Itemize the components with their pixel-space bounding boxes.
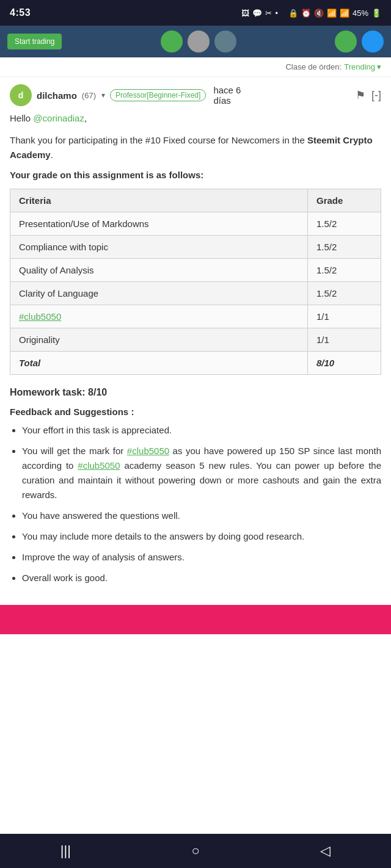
table-header-criteria: Criteria bbox=[10, 189, 308, 212]
alarm-icon: ⏰ bbox=[301, 9, 311, 18]
sort-trending[interactable]: Trending bbox=[344, 62, 375, 71]
list-item: Improve the way of analysis of answers. bbox=[22, 550, 381, 565]
nav-avatar-blue bbox=[362, 31, 384, 52]
professor-badge: Professor[Beginner-Fixed] bbox=[110, 89, 206, 101]
post-content: Hello @corinadiaz, Thank you for partici… bbox=[0, 111, 391, 605]
intro-text: Thank you for participating in the #10 F… bbox=[10, 133, 381, 162]
table-criteria-cell: #club5050 bbox=[10, 305, 308, 328]
feedback-list: Your effort in this task is appreciated.… bbox=[10, 423, 381, 585]
list-item: Overall work is good. bbox=[22, 571, 381, 585]
time-unit-text: días bbox=[213, 95, 230, 106]
feedback-title: Feedback and Suggestions : bbox=[10, 407, 381, 417]
start-trading-button[interactable]: Start trading bbox=[7, 34, 62, 49]
table-header-grade: Grade bbox=[308, 189, 381, 212]
status-icons: 🖼 💬 ✂ • 🔒 ⏰ 🔇 📶 📶 45% 🔋 bbox=[241, 9, 381, 18]
club5050-link[interactable]: #club5050 bbox=[19, 311, 61, 322]
nav-avatar-3 bbox=[214, 31, 236, 52]
bottom-action-bar bbox=[0, 605, 391, 634]
table-grade-cell: 8/10 bbox=[308, 352, 381, 375]
table-grade-cell: 1.5/2 bbox=[308, 236, 381, 259]
nav-avatar-green bbox=[335, 31, 357, 52]
sort-bar: Clase de órden: Trending ▾ bbox=[0, 57, 391, 77]
list-item: You have answered the questions well. bbox=[22, 508, 381, 523]
flag-icon[interactable]: ⚑ bbox=[356, 89, 365, 102]
grade-table: Criteria Grade Presentation/Use of Markd… bbox=[10, 189, 381, 375]
table-criteria-cell: Originality bbox=[10, 328, 308, 352]
sort-label: Clase de órden: bbox=[285, 62, 342, 71]
status-bar: 4:53 🖼 💬 ✂ • 🔒 ⏰ 🔇 📶 📶 45% 🔋 bbox=[0, 0, 391, 26]
table-criteria-cell: Total bbox=[10, 352, 308, 375]
list-item: You may include more details to the answ… bbox=[22, 529, 381, 544]
homework-title: Homework task: 8/10 bbox=[10, 387, 381, 398]
whatsapp-icon: 💬 bbox=[252, 9, 262, 18]
time-ago-container: hace 6 días bbox=[211, 85, 241, 106]
post-header: d dilchamo (67) ▾ Professor[Beginner-Fix… bbox=[0, 77, 391, 111]
battery-icon: 🔋 bbox=[371, 9, 381, 18]
table-grade-cell: 1.5/2 bbox=[308, 212, 381, 236]
nav-right-group bbox=[335, 31, 384, 52]
call-icon: ✂ bbox=[265, 9, 272, 18]
time-ago-text: hace 6 bbox=[213, 85, 241, 95]
chevron-down-icon: ▾ bbox=[377, 62, 381, 71]
mute-icon: 🔇 bbox=[314, 9, 324, 18]
greeting-text: Hello @corinadiaz, bbox=[10, 111, 381, 126]
table-criteria-cell: Presentation/Use of Markdowns bbox=[10, 212, 308, 236]
club5050-inline-link[interactable]: #club5050 bbox=[78, 460, 120, 471]
grade-heading: Your grade on this assignment is as foll… bbox=[10, 170, 381, 180]
user-dropdown-icon[interactable]: ▾ bbox=[101, 91, 105, 99]
nav-avatar-1 bbox=[161, 31, 183, 52]
username[interactable]: dilchamo bbox=[37, 90, 77, 101]
homework-section: Homework task: 8/10 Feedback and Suggest… bbox=[10, 387, 381, 585]
table-grade-cell: 1.5/2 bbox=[308, 259, 381, 282]
list-item: Your effort in this task is appreciated. bbox=[22, 423, 381, 438]
club5050-inline-link[interactable]: #club5050 bbox=[127, 446, 169, 456]
signal-icon: 📶 bbox=[340, 9, 349, 18]
wifi-icon: 📶 bbox=[327, 9, 337, 18]
collapse-icon[interactable]: [-] bbox=[371, 89, 381, 102]
user-reputation: (67) bbox=[82, 91, 96, 100]
list-item: You will get the mark for #club5050 as y… bbox=[22, 444, 381, 502]
table-criteria-cell: Quality of Analysis bbox=[10, 259, 308, 282]
post-actions: ⚑ [-] bbox=[356, 89, 381, 102]
status-time: 4:53 bbox=[10, 7, 31, 18]
table-grade-cell: 1/1 bbox=[308, 305, 381, 328]
avatar: d bbox=[10, 84, 32, 106]
dot-indicator: • bbox=[275, 9, 278, 18]
top-nav: Start trading bbox=[0, 26, 391, 57]
battery-text: 45% bbox=[353, 9, 368, 18]
table-criteria-cell: Compliance with topic bbox=[10, 236, 308, 259]
table-grade-cell: 1.5/2 bbox=[308, 282, 381, 305]
lock-icon: 🔒 bbox=[288, 9, 298, 18]
table-grade-cell: 1/1 bbox=[308, 328, 381, 352]
nav-avatar-2 bbox=[188, 31, 210, 52]
mention-link[interactable]: @corinadiaz bbox=[33, 113, 84, 123]
gallery-icon: 🖼 bbox=[241, 9, 249, 18]
table-criteria-cell: Clarity of Language bbox=[10, 282, 308, 305]
